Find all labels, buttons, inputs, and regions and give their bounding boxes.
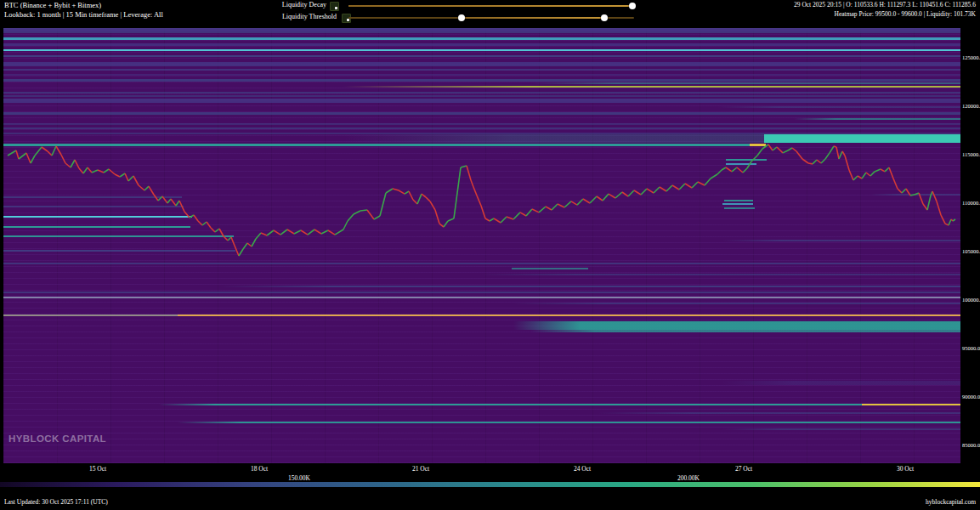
date-tick-label: 27 Oct [735, 465, 752, 473]
site-link[interactable]: hyblockcapital.com [926, 498, 976, 506]
ohlc-readout: 29 Oct 2025 20:15 | O: 110533.6 H: 11129… [794, 1, 976, 8]
price-segment [564, 201, 571, 207]
price-segment [215, 229, 219, 232]
price-segment [413, 200, 417, 204]
price-segment [919, 193, 923, 204]
price-segment [802, 159, 808, 163]
price-segment [471, 180, 473, 187]
price-segment [439, 224, 444, 227]
liquidity-threshold-high-handle[interactable] [601, 14, 608, 21]
price-segment [937, 201, 941, 215]
colorbar-tick-label: 200.00K [677, 474, 700, 482]
price-segment [603, 194, 609, 201]
price-segment [467, 166, 471, 180]
price-segment [171, 199, 176, 206]
price-segment [526, 209, 532, 216]
price-segment [16, 150, 19, 159]
price-segment [679, 184, 685, 190]
price-segment [747, 162, 751, 168]
price-segment [448, 218, 454, 221]
price-segment [949, 219, 951, 225]
date-tick-label: 18 Oct [251, 465, 268, 473]
price-segment [481, 206, 485, 218]
price-segment [698, 182, 705, 185]
watermark: HYBLOCK CAPITAL [8, 434, 106, 444]
price-segment [788, 148, 792, 150]
price-segment [247, 243, 252, 246]
price-segment [83, 167, 88, 173]
price-segment [422, 194, 426, 197]
price-segment [685, 184, 692, 188]
price-segment [910, 195, 915, 196]
price-segment [539, 207, 546, 212]
price-segment [634, 190, 641, 195]
price-segment [167, 199, 171, 203]
price-segment [792, 148, 796, 151]
price-segment [348, 214, 354, 221]
price-segment [817, 160, 821, 163]
price-segment [261, 233, 267, 235]
price-segment [120, 173, 125, 177]
price-segment [409, 191, 413, 200]
price-segment [287, 230, 294, 234]
price-segment [808, 163, 813, 164]
price-segment [532, 209, 539, 212]
price-tick-label: 115000.0 [962, 151, 980, 157]
price-segment [513, 212, 520, 219]
price-segment [726, 167, 732, 172]
price-segment [666, 185, 672, 191]
liquidity-threshold-slider[interactable] [348, 17, 634, 19]
price-segment [889, 167, 893, 178]
liquidity-threshold-label: Liquidity Threshold [238, 13, 337, 20]
price-segment [777, 147, 783, 153]
price-segment [893, 178, 898, 189]
price-segment [430, 201, 435, 210]
price-segment [507, 217, 513, 219]
heatmap-chart: HYBLOCK CAPITAL 125000.0120000.0115000.0… [0, 28, 980, 463]
price-segment [821, 159, 825, 163]
price-segment [65, 163, 71, 167]
price-segment [231, 237, 235, 246]
price-segment [386, 189, 393, 193]
price-segment [374, 216, 380, 219]
price-segment [654, 187, 660, 193]
price-segment [61, 155, 65, 163]
price-segment [405, 191, 409, 194]
price-segment [252, 239, 256, 246]
price-segment [762, 144, 768, 149]
price-segment [71, 160, 75, 167]
price-segment [796, 151, 802, 159]
date-tick-label: 15 Oct [89, 465, 106, 473]
price-segment [558, 204, 564, 207]
liquidity-decay-toggle-icon[interactable] [330, 2, 339, 11]
price-segment [8, 150, 16, 156]
price-segment [571, 201, 577, 205]
date-tick-label: 24 Oct [574, 465, 591, 473]
price-segment [870, 172, 875, 176]
heatmap-plot[interactable]: HYBLOCK CAPITAL [3, 28, 960, 463]
liquidity-threshold-row: Liquidity Threshold [0, 13, 646, 23]
price-tick-label: 100000.0 [962, 297, 980, 303]
colorbar-tick-label: 150.00K [288, 474, 310, 482]
price-segment [622, 192, 628, 196]
price-segment [953, 219, 955, 221]
price-segment [705, 178, 711, 185]
price-segment [56, 146, 61, 155]
price-segment [75, 160, 79, 168]
price-segment [88, 167, 92, 173]
price-segment [757, 149, 762, 156]
price-segment [399, 190, 405, 194]
liquidity-decay-handle[interactable] [629, 3, 636, 9]
price-segment [825, 153, 830, 159]
price-segment [158, 196, 162, 201]
liquidity-threshold-low-handle[interactable] [458, 14, 465, 21]
price-segment [853, 176, 858, 180]
price-segment [773, 147, 777, 150]
price-segment [813, 160, 817, 164]
price-segment [875, 169, 881, 172]
price-segment [836, 147, 839, 159]
liquidity-decay-slider[interactable] [348, 5, 634, 7]
price-segment [321, 230, 328, 234]
price-segment [301, 230, 308, 235]
price-segment [280, 230, 287, 235]
